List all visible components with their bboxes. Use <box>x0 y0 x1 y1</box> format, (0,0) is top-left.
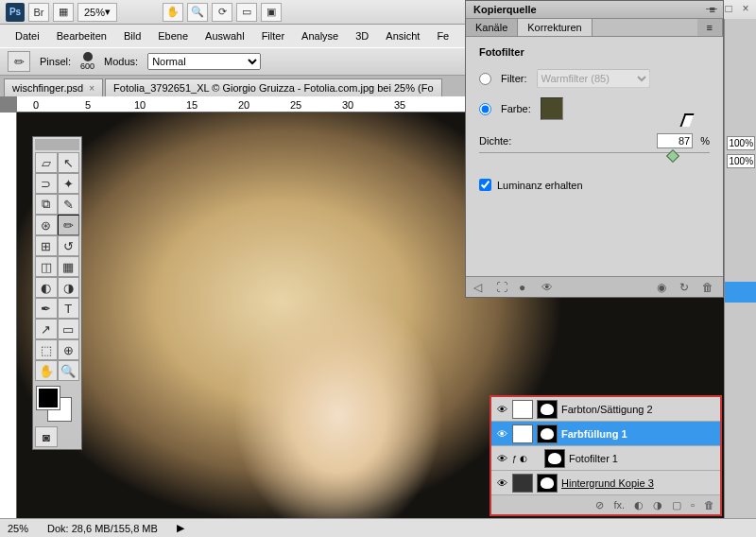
zoom-selector[interactable]: 25% ▾ <box>77 3 117 22</box>
restore-btn[interactable]: □ <box>722 2 735 15</box>
brush-tool[interactable]: ✏ <box>58 215 80 235</box>
close-tab-icon[interactable]: × <box>89 83 94 94</box>
dodge-tool[interactable]: ◑ <box>58 277 80 298</box>
layer-thumb[interactable] <box>512 474 533 493</box>
screen-mode-icon[interactable]: ▣ <box>261 3 282 22</box>
pen-tool[interactable]: ✒ <box>35 298 58 319</box>
path-tool[interactable]: ↗ <box>35 319 58 339</box>
lasso-tool[interactable]: ⊃ <box>35 173 58 194</box>
history-brush-tool[interactable]: ↺ <box>58 235 80 256</box>
menu-auswahl[interactable]: Auswahl <box>198 27 252 44</box>
hand-tool[interactable]: ✋ <box>35 360 58 381</box>
gradient-tool[interactable]: ▦ <box>58 256 80 277</box>
panel-options-icon[interactable]: ≡ <box>697 19 723 36</box>
close-btn[interactable]: × <box>739 2 752 15</box>
fill-field[interactable]: 100% <box>727 154 755 168</box>
eraser-tool[interactable]: ◫ <box>35 256 58 277</box>
ruler-vertical[interactable] <box>0 113 17 518</box>
current-tool-icon[interactable]: ✏ <box>8 51 30 72</box>
clip-icon[interactable]: ● <box>519 281 532 294</box>
mask-thumb[interactable] <box>537 474 558 493</box>
bridge-icon[interactable]: Br <box>28 3 49 22</box>
adjustment-icon[interactable]: ◑ <box>653 499 662 511</box>
menu-datei[interactable]: Datei <box>8 27 47 44</box>
3d-tool[interactable]: ⬚ <box>35 339 58 360</box>
menu-bearbeiten[interactable]: Bearbeiten <box>49 27 114 44</box>
color-swatch[interactable] <box>541 97 563 120</box>
layer-thumb[interactable] <box>512 400 533 419</box>
filter-radio[interactable] <box>479 73 491 85</box>
density-unit: % <box>700 135 710 147</box>
layer-row[interactable]: 👁 Farbfüllung 1 <box>491 422 720 446</box>
type-tool[interactable]: T <box>58 298 80 319</box>
zoom-tool-icon[interactable]: 🔍 <box>187 3 208 22</box>
mask-thumb[interactable] <box>537 424 558 443</box>
fx-icon[interactable]: fx. <box>613 499 625 511</box>
eye-icon[interactable]: 👁 <box>495 477 508 489</box>
arrange-icon[interactable]: ▭ <box>236 3 257 22</box>
reset-icon[interactable]: ↻ <box>679 281 693 294</box>
mask-thumb[interactable] <box>544 449 565 468</box>
new-layer-icon[interactable]: ▫ <box>691 499 695 511</box>
trash-icon[interactable]: 🗑 <box>702 281 715 294</box>
menu-analyse[interactable]: Analyse <box>294 27 346 44</box>
doc-size: 28,6 MB/155,8 MB <box>72 523 158 534</box>
zoom-tool[interactable]: 🔍 <box>58 360 80 381</box>
layer-row[interactable]: 👁 ƒ ◐ Fotofilter 1 <box>491 446 720 471</box>
doc-tab-2[interactable]: Fotolia_3792651_XL © Giorgio Gruizza - F… <box>105 78 441 96</box>
eye-icon[interactable]: 👁 <box>495 428 508 440</box>
quickmask-tool[interactable]: ◙ <box>35 426 58 447</box>
mask-icon[interactable]: ◐ <box>634 499 644 511</box>
toolbox-drag[interactable] <box>35 139 79 150</box>
mode-select[interactable]: Normal <box>147 53 261 70</box>
move-tool[interactable]: ▱ <box>35 152 58 173</box>
menu-filter[interactable]: Filter <box>254 27 292 44</box>
slider-thumb[interactable] <box>666 149 679 163</box>
visibility-icon[interactable]: 👁 <box>541 281 555 294</box>
hand-tool-icon[interactable]: ✋ <box>163 3 183 22</box>
link-icon[interactable]: ⊘ <box>595 499 604 511</box>
layer-row[interactable]: 👁 Hintergrund Kopie 3 <box>491 471 720 495</box>
density-input[interactable] <box>657 133 693 148</box>
menu-ansicht[interactable]: Ansicht <box>378 27 427 44</box>
stamp-tool[interactable]: ⊞ <box>35 235 58 256</box>
marquee-tool[interactable]: ↖ <box>58 152 80 173</box>
layer-row[interactable]: 👁 Farbton/Sättigung 2 <box>491 397 720 422</box>
eyedropper-tool[interactable]: ✎ <box>58 194 80 215</box>
rotate-view-icon[interactable]: ⟳ <box>212 3 232 22</box>
back-icon[interactable]: ◁ <box>473 281 487 294</box>
luminance-label: Luminanz erhalten <box>497 180 583 191</box>
expand-icon[interactable]: ⛶ <box>496 281 509 294</box>
delete-icon[interactable]: 🗑 <box>704 499 714 511</box>
doc-tab-1[interactable]: wischfinger.psd× <box>4 78 103 96</box>
shape-tool[interactable]: ▭ <box>58 319 80 339</box>
history-icon[interactable]: ▦ <box>53 3 74 22</box>
tab-kanaele[interactable]: Kanäle <box>466 19 518 36</box>
foreground-color[interactable] <box>37 387 60 409</box>
menu-fenster[interactable]: Fe <box>429 27 456 44</box>
opacity-field[interactable]: 100% <box>727 136 755 150</box>
minimize-btn[interactable]: — <box>705 2 718 15</box>
luminance-checkbox[interactable] <box>479 179 491 191</box>
heal-tool[interactable]: ⊛ <box>35 215 58 235</box>
mask-thumb[interactable] <box>537 400 558 419</box>
tab-korrekturen[interactable]: Korrekturen <box>518 19 592 36</box>
eye-icon[interactable]: 👁 <box>495 453 508 464</box>
crop-tool[interactable]: ⧉ <box>35 194 58 215</box>
menu-3d[interactable]: 3D <box>348 27 376 44</box>
eye-icon[interactable]: 👁 <box>495 404 508 415</box>
3d-camera-tool[interactable]: ⊕ <box>58 339 80 360</box>
zoom-value: 25% <box>84 7 105 18</box>
menu-ebene[interactable]: Ebene <box>150 27 196 44</box>
zoom-status[interactable]: 25% <box>8 523 28 534</box>
status-arrow-icon[interactable]: ▶ <box>177 522 184 534</box>
folder-icon[interactable]: ▢ <box>672 499 681 511</box>
density-slider[interactable] <box>479 152 710 165</box>
prev-state-icon[interactable]: ◉ <box>657 281 670 294</box>
color-radio[interactable] <box>479 103 491 115</box>
panel-header[interactable]: Kopierquelle≡ <box>466 1 723 19</box>
wand-tool[interactable]: ✦ <box>58 173 80 194</box>
layer-thumb[interactable] <box>512 424 533 443</box>
blur-tool[interactable]: ◐ <box>35 277 58 298</box>
menu-bild[interactable]: Bild <box>116 27 148 44</box>
